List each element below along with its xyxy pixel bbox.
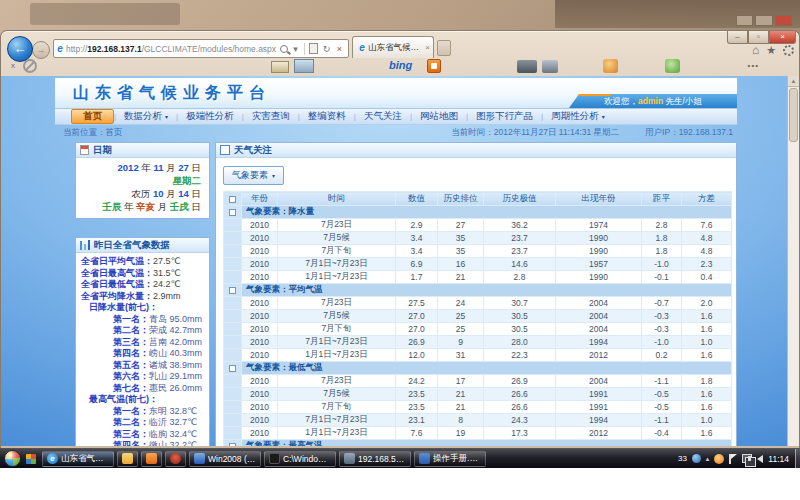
browser-tab[interactable]: e 山东省气候业务平... × bbox=[352, 36, 434, 58]
group-label: 气象要素：降水量 bbox=[242, 206, 732, 219]
table-header-row: 年份时间数值历史排位历史极值出现年份距平方差 bbox=[224, 192, 732, 206]
nav-item-2[interactable]: 数据分析▾ bbox=[116, 109, 176, 124]
media-player-icon bbox=[170, 453, 181, 464]
taskbar-pinned-icon[interactable] bbox=[141, 451, 162, 467]
nav-item-3[interactable]: 极端性分析 bbox=[178, 109, 242, 124]
stat-line: 全省日平均气温：27.5℃ bbox=[81, 256, 204, 268]
more-options-icon[interactable]: ••• bbox=[748, 61, 759, 70]
forward-button[interactable]: → bbox=[32, 41, 50, 59]
date-panel-title: 日期 bbox=[93, 144, 112, 157]
date-line: 壬辰 年 辛亥 月 壬戌 日 bbox=[84, 200, 201, 213]
username: admin bbox=[638, 96, 663, 106]
nav-item-8[interactable]: 图形下行产品 bbox=[468, 109, 541, 124]
screenshot-letterbox bbox=[0, 468, 800, 500]
screen-capture-icon[interactable] bbox=[542, 60, 558, 73]
favorites-star-icon[interactable]: ★ bbox=[766, 44, 776, 57]
taskbar-pinned-icon[interactable] bbox=[165, 451, 186, 467]
address-bar[interactable]: e http://192.168.137.1/GLCCLIMATE/module… bbox=[53, 39, 349, 58]
back-button[interactable]: ← bbox=[7, 36, 33, 62]
divider bbox=[304, 43, 305, 55]
action-center-flag-icon[interactable] bbox=[729, 454, 737, 464]
rank-item: 第五名：诸城 38.9mm bbox=[81, 360, 204, 372]
hidden-icons-caret[interactable]: ▴ bbox=[706, 455, 710, 463]
status-row: 当前位置：首页 当前时间：2012年11月27日 11:14:31 星期二 用户… bbox=[55, 126, 737, 140]
table-row: 20107月下旬27.02530.52004-0.31.6 bbox=[224, 323, 732, 336]
gallery-icon[interactable] bbox=[294, 59, 314, 73]
search-dropdown-icon[interactable]: ▾ bbox=[289, 44, 302, 54]
weather-panel-title: 昨日全省气象数据 bbox=[94, 239, 170, 252]
minimize-button[interactable]: – bbox=[727, 31, 748, 44]
nav-item-7[interactable]: 网站地图 bbox=[412, 109, 466, 124]
camera-icon[interactable] bbox=[517, 60, 537, 73]
search-icon[interactable] bbox=[280, 45, 288, 53]
cmd-icon bbox=[269, 453, 280, 464]
sidebar: 日期 2012 年 11 月 27 日星期二农历 10 月 14 日壬辰 年 辛… bbox=[75, 142, 210, 446]
group-checkbox[interactable] bbox=[229, 287, 236, 294]
rank-item: 第二名：临沂 32.7℃ bbox=[81, 417, 204, 429]
taskbar-window-button[interactable]: e山东省气候业务平... bbox=[42, 451, 114, 467]
taskbar-window-button[interactable]: 192.168.59.99... bbox=[339, 451, 411, 467]
toolbar-close-icon[interactable]: x bbox=[11, 61, 15, 70]
speaker-icon[interactable] bbox=[757, 455, 763, 463]
pinned-app-icon[interactable] bbox=[26, 454, 36, 464]
compatibility-view-icon[interactable] bbox=[309, 43, 318, 54]
select-all-checkbox[interactable] bbox=[229, 196, 236, 203]
mail-icon[interactable] bbox=[271, 61, 289, 73]
table-row: 20107月下旬3.43523.719901.84.8 bbox=[224, 245, 732, 258]
taskbar-window-button[interactable]: C:\Windows\s... bbox=[264, 451, 336, 467]
table-row: 20107月1日~7月23日26.9928.01994-1.01.0 bbox=[224, 336, 732, 349]
tray-app-icon[interactable] bbox=[692, 454, 701, 463]
nav-item-5[interactable]: 整编资料 bbox=[300, 109, 354, 124]
table-row: 20107月23日24.21726.92004-1.11.8 bbox=[224, 375, 732, 388]
home-icon[interactable]: ⌂ bbox=[752, 43, 759, 57]
bing-badge-icon[interactable] bbox=[427, 59, 441, 73]
table-group-row: 气象要素：降水量 bbox=[224, 206, 732, 219]
table-group-row: 气象要素：最低气温 bbox=[224, 362, 732, 375]
group-checkbox[interactable] bbox=[229, 209, 236, 216]
taskbar-window-button[interactable]: 操作手册.docx ... bbox=[414, 451, 486, 467]
page-scrollbar[interactable]: ▲ bbox=[787, 76, 799, 446]
nav-item-9[interactable]: 周期性分析▾ bbox=[543, 109, 613, 124]
group-checkbox[interactable] bbox=[229, 365, 236, 372]
group-checkbox[interactable] bbox=[229, 443, 236, 446]
taskbar-pinned-icon[interactable] bbox=[117, 451, 138, 467]
taskbar-window-button[interactable]: Win2008 (VS2... bbox=[189, 451, 261, 467]
refresh-icon[interactable]: ↻ bbox=[320, 44, 333, 54]
blocked-icon[interactable] bbox=[23, 59, 37, 73]
url-text[interactable]: http://192.168.137.1/GLCCLIMATE/modules/… bbox=[66, 44, 279, 54]
tray-orange-icon[interactable] bbox=[714, 454, 724, 464]
show-desktop-button[interactable] bbox=[795, 449, 800, 469]
nav-item-6[interactable]: 天气关注 bbox=[356, 109, 410, 124]
weather-data-panel: 昨日全省气象数据 全省日平均气温：27.5℃全省日最高气温：31.5℃全省日最低… bbox=[75, 237, 210, 446]
nav-item-1[interactable]: 首页 bbox=[71, 109, 114, 124]
scrollbar-thumb[interactable] bbox=[789, 88, 798, 142]
element-filter-button[interactable]: 气象要素▾ bbox=[223, 166, 284, 185]
stop-icon[interactable]: × bbox=[333, 44, 346, 54]
plugin-icon[interactable] bbox=[665, 59, 680, 73]
highlight-icon[interactable] bbox=[603, 59, 618, 73]
taskbar-clock[interactable]: 11:14 bbox=[768, 454, 789, 464]
start-button[interactable] bbox=[4, 450, 21, 467]
chevron-down-icon: ▾ bbox=[272, 172, 275, 179]
rank-item: 第四名：崂山 40.3mm bbox=[81, 348, 204, 360]
app-blue-icon bbox=[194, 453, 205, 464]
tab-close-icon[interactable]: × bbox=[423, 43, 430, 52]
new-tab-button[interactable] bbox=[437, 40, 451, 56]
remote-icon bbox=[344, 453, 355, 464]
tools-gear-icon[interactable] bbox=[783, 45, 794, 56]
nav-item-4[interactable]: 灾害查询 bbox=[244, 109, 298, 124]
browser-toolbar: x bing ••• bbox=[1, 58, 799, 76]
weather-table: 年份时间数值历史排位历史极值出现年份距平方差气象要素：降水量20107月23日2… bbox=[223, 191, 732, 446]
table-group-row: 气象要素：平均气温 bbox=[224, 284, 732, 297]
group-label: 气象要素：最低气温 bbox=[242, 362, 732, 375]
chevron-down-icon: ▾ bbox=[165, 114, 168, 120]
bing-logo[interactable]: bing bbox=[389, 59, 412, 71]
user-ip: 用户IP：192.168.137.1 bbox=[645, 127, 733, 139]
rank-item: 第四名：微山 32.2℃ bbox=[81, 440, 204, 446]
scroll-up-icon[interactable]: ▲ bbox=[788, 76, 799, 87]
background-window-artifact bbox=[30, 3, 180, 25]
chart-bars-icon bbox=[80, 240, 90, 250]
date-line: 星期二 bbox=[84, 174, 201, 187]
tab-title: 山东省气候业务平... bbox=[368, 42, 423, 54]
system-tray: 33 ▴ 11:14 bbox=[678, 454, 795, 464]
